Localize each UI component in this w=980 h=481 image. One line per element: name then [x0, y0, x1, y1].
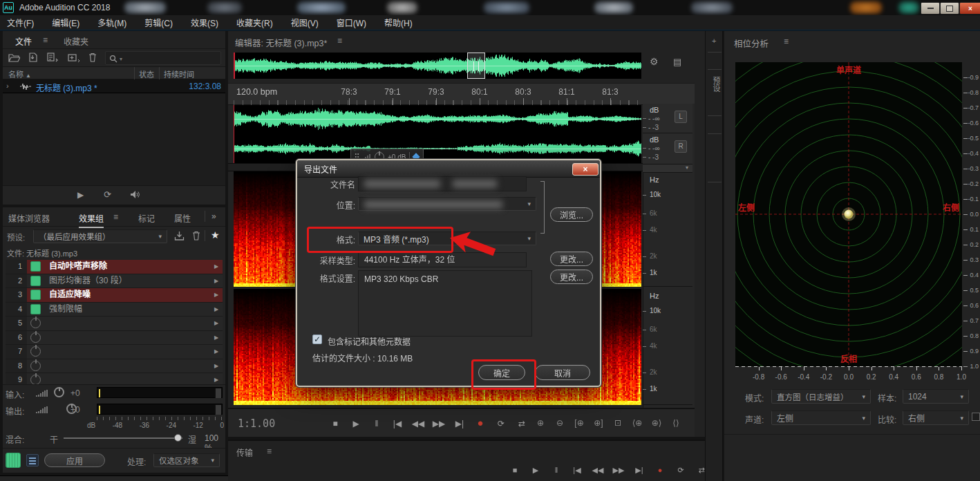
panel-menu-icon[interactable]: ≡: [113, 212, 118, 222]
effect-power-off-icon[interactable]: [30, 332, 41, 343]
effect-options-arrow-icon[interactable]: ▶: [210, 263, 223, 270]
panel-menu-icon[interactable]: ≡: [784, 37, 789, 46]
effect-power-off-icon[interactable]: [30, 361, 41, 371]
dialog-close-button[interactable]: ×: [572, 163, 599, 176]
phase-mode-select[interactable]: 直方图（日志增益）▾: [771, 389, 871, 404]
apply-button[interactable]: 应用: [44, 453, 105, 467]
effect-power-on-toggle[interactable]: [30, 261, 41, 272]
import-file-icon[interactable]: [28, 53, 38, 62]
overview-selection-handle[interactable]: [467, 53, 485, 79]
zoom-full-button[interactable]: ⟨⟩: [666, 409, 686, 437]
channel-badge[interactable]: R: [675, 140, 687, 153]
effect-power-off-icon[interactable]: [30, 346, 41, 357]
tab-properties[interactable]: 属性: [174, 212, 191, 224]
preview-play-icon[interactable]: ▶: [77, 190, 84, 200]
waveform-display[interactable]: +0 dB: [234, 105, 641, 163]
menu-item[interactable]: 帮助(H): [384, 17, 413, 28]
effect-slot-row[interactable]: 7▶: [6, 345, 223, 359]
favorite-star-icon[interactable]: ★: [211, 229, 220, 240]
zoom-in-left-edge-button[interactable]: [⊕: [569, 409, 589, 437]
extract-audio-icon[interactable]: [47, 53, 59, 62]
location-select[interactable]: ▾: [358, 197, 536, 211]
effect-power-off-icon[interactable]: [30, 318, 41, 328]
zoom-to-selection-button[interactable]: ⊡: [608, 409, 628, 437]
effect-options-arrow-icon[interactable]: ▶: [210, 278, 223, 284]
effect-options-arrow-icon[interactable]: ▶: [210, 292, 223, 298]
loop-playback-button[interactable]: ⟳: [670, 460, 691, 480]
collapsed-panel-label[interactable]: 预设: [710, 77, 722, 92]
filename-field[interactable]: [358, 176, 527, 191]
zoom-in-time-button[interactable]: ⊕: [531, 409, 550, 437]
column-divider[interactable]: [159, 67, 160, 79]
zoom-sel-left-button[interactable]: ⟨⊕: [628, 409, 647, 437]
include-metadata-checkbox[interactable]: ✓: [312, 334, 322, 344]
menu-item[interactable]: 收藏夹(R): [236, 17, 273, 28]
effect-options-arrow-icon[interactable]: ▶: [210, 363, 223, 369]
tab-effects-rack[interactable]: 效果组: [79, 212, 104, 228]
spot-fix-zoom-icon[interactable]: ⚙: [650, 56, 659, 67]
panel-menu-icon[interactable]: ≡: [267, 446, 272, 456]
waveform-channel-left[interactable]: [234, 105, 641, 133]
skip-to-start-button[interactable]: |◀: [567, 460, 587, 480]
effect-slot-row[interactable]: 3自适应降噪▶: [6, 288, 223, 303]
change-format-settings-button[interactable]: 更改...: [550, 270, 593, 284]
tab-favorites[interactable]: 收藏夹: [64, 35, 88, 47]
timeline-ruler[interactable]: 120.0 bpm 78:379:179:380:180:381:181:3: [228, 83, 695, 105]
tab-overflow-icon[interactable]: »: [211, 211, 216, 221]
auto-play-speaker-icon[interactable]: [130, 190, 141, 199]
zoom-sel-right-button[interactable]: ⊕⟩: [647, 409, 666, 437]
search-input[interactable]: ▾: [105, 51, 221, 65]
expander-icon[interactable]: ›: [6, 82, 9, 90]
stop-button[interactable]: ■: [325, 410, 346, 437]
rewind-button[interactable]: ◀◀: [408, 410, 428, 437]
effect-options-arrow-icon[interactable]: ▶: [210, 348, 223, 355]
dialog-title-bar[interactable]: 导出文件: [297, 160, 600, 178]
output-meter[interactable]: [97, 404, 223, 415]
zoom-out-time-button[interactable]: ⊖: [550, 409, 569, 437]
editor-menu-icon[interactable]: ≡: [337, 36, 342, 46]
menu-item[interactable]: 窗口(W): [337, 17, 366, 28]
record-button[interactable]: ●: [650, 460, 670, 480]
effect-options-arrow-icon[interactable]: ▶: [210, 306, 223, 312]
effect-options-arrow-icon[interactable]: ▶: [210, 377, 223, 383]
menu-item[interactable]: 视图(V): [291, 17, 319, 28]
menu-item[interactable]: 效果(S): [191, 17, 218, 28]
column-divider[interactable]: [134, 67, 135, 79]
cancel-button[interactable]: 取消: [535, 365, 590, 380]
input-meter[interactable]: [97, 387, 223, 398]
skip-selection-button[interactable]: ⇄: [511, 410, 532, 437]
phase-compare-select[interactable]: 右侧▾: [903, 411, 969, 425]
effect-slot-row[interactable]: 1自动咔嗒声移除▶: [6, 260, 223, 274]
file-row[interactable]: › 无标题 (3).mp3 * 132:3.08: [3, 79, 225, 93]
close-button[interactable]: ×: [959, 2, 980, 15]
playhead[interactable]: [234, 105, 234, 163]
panel-menu-icon[interactable]: ≡: [43, 35, 48, 45]
effect-slot-row[interactable]: 2图形均衡器（30 段）▶: [6, 274, 223, 289]
waveform-channel-right[interactable]: [234, 135, 641, 162]
tab-media-browser[interactable]: 媒体浏览器: [8, 212, 50, 224]
change-sample-type-button[interactable]: 更改...: [550, 252, 593, 266]
collapsed-panel-icon[interactable]: +: [712, 37, 716, 45]
play-button[interactable]: ▶: [346, 410, 366, 437]
pause-button[interactable]: ‖: [546, 460, 567, 480]
overview-waveform[interactable]: [234, 53, 641, 79]
open-folder-icon[interactable]: [8, 53, 20, 62]
channel-badge[interactable]: L: [675, 111, 687, 123]
rack-power-toggle[interactable]: [6, 453, 21, 468]
rack-settings-list-icon[interactable]: [26, 454, 39, 466]
skip-to-end-button[interactable]: ▶|: [449, 410, 470, 437]
effect-power-on-toggle[interactable]: [30, 290, 41, 300]
zoom-in-right-edge-button[interactable]: ⊕]: [589, 409, 608, 437]
fast-forward-button[interactable]: ▶▶: [608, 460, 629, 480]
scale-options-strip[interactable]: ▾: [643, 164, 692, 173]
effect-power-on-toggle[interactable]: [30, 304, 41, 314]
effect-options-arrow-icon[interactable]: ▶: [210, 334, 223, 341]
new-item-icon[interactable]: [68, 53, 81, 62]
collapsed-panel-bar[interactable]: + 预设: [705, 31, 723, 481]
save-preset-icon[interactable]: [174, 231, 185, 241]
delete-preset-trash-icon[interactable]: [192, 231, 200, 240]
pause-button[interactable]: ‖: [366, 410, 387, 437]
process-select[interactable]: 仅选区对象▾: [153, 453, 220, 467]
menu-item[interactable]: 文件(F): [7, 17, 34, 28]
record-button[interactable]: ●: [470, 409, 491, 437]
